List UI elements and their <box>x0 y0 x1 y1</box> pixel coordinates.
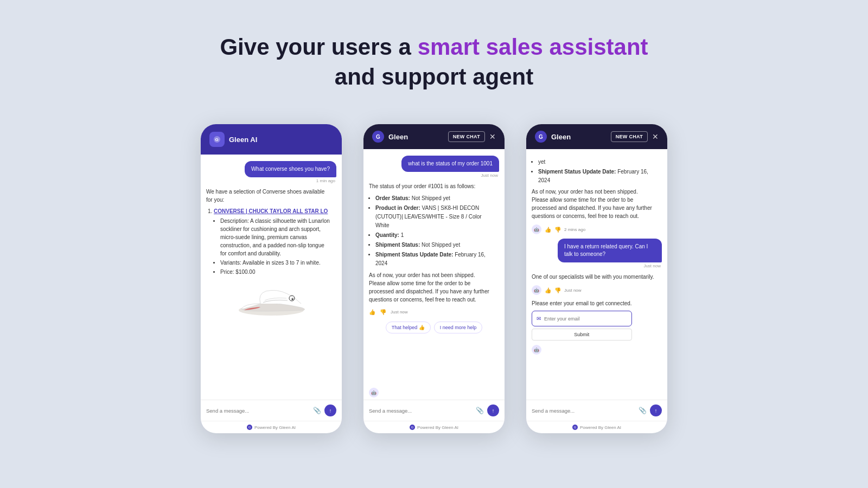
phone1-input-bar: 📎 ↑ <box>201 400 342 421</box>
phone3-logo: G <box>535 131 547 143</box>
phone1-chat-body: What converse shoes you have? 1 min ago … <box>201 155 342 400</box>
phone1-detail-2: Price: $100.00 <box>220 268 330 276</box>
phone1: G Gleen AI What converse shoes you have?… <box>201 124 342 433</box>
phone3-brand: Gleen <box>551 133 571 141</box>
phone3-shipped-msg: As of now, your order has not been shipp… <box>532 188 655 220</box>
phone1-attachment-icon[interactable]: 📎 <box>313 407 321 414</box>
phone1-user-msg-wrapper: What converse shoes you have? 1 min ago <box>206 161 336 183</box>
hero-section: Give your users a smart sales assistant … <box>209 0 659 113</box>
phone2-powered-by: Powered By Gleen AI <box>417 425 458 430</box>
phone1-footer: G Powered By Gleen AI <box>201 421 342 433</box>
svg-text:G: G <box>215 137 219 142</box>
phone3-submit-btn[interactable]: Submit <box>532 329 632 341</box>
phone1-detail-0: Description: A classic silhouette with L… <box>220 217 330 258</box>
phone2-shipment-date: Shipment Status Update Date: February 16… <box>375 251 493 268</box>
phones-container: G Gleen AI What converse shoes you have?… <box>190 113 678 444</box>
phone3-header-actions: NEW CHAT ✕ <box>611 131 659 142</box>
phone3-bot-avatar1: 🤖 <box>532 224 541 234</box>
phone2-send-btn[interactable]: ↑ <box>487 404 499 416</box>
phone2-suggestion2-btn[interactable]: I need more help <box>434 322 483 333</box>
phone3-thumbdown1[interactable]: 👎 <box>554 227 561 233</box>
phone3-footer-logo: G <box>572 425 578 430</box>
phone3-feedback2-row: 🤖 👍 👎 Just now <box>532 285 662 295</box>
phone3-email-input[interactable] <box>544 316 627 322</box>
phone1-send-btn[interactable]: ↑ <box>324 404 336 416</box>
hero-title-part2: and support agent <box>335 64 533 89</box>
phone3-email-prompt: Please enter your email to get connected… <box>532 299 632 307</box>
phone3-partial-bullet1: yet <box>538 158 655 166</box>
phone3-feedback1-row: 🤖 👍 👎 2 mins ago <box>532 224 662 234</box>
phone2-thumbup-icon[interactable]: 👍 <box>369 309 375 315</box>
phone3-attachment-icon[interactable]: 📎 <box>639 407 647 414</box>
hero-title-highlight: smart sales assistant <box>418 34 648 60</box>
phone3-user-msg2: I have a return related query. Can I tal… <box>558 239 662 262</box>
phone2-footer: G Powered By Gleen AI <box>363 421 505 433</box>
phone2-header-left: G Gleen <box>372 131 408 143</box>
phone2-thumbdown-icon[interactable]: 👎 <box>380 309 386 315</box>
phone2-input-bar: 📎 ↑ <box>363 400 505 421</box>
phone2: G Gleen NEW CHAT ✕ what is the status of… <box>363 124 505 433</box>
phone3-powered-by: Powered By Gleen AI <box>580 425 621 430</box>
phone2-suggestion1-btn[interactable]: That helped 👍 <box>386 322 431 333</box>
phone2-attachment-icon[interactable]: 📎 <box>476 407 484 414</box>
phone1-product-link[interactable]: CONVERSE | CHUCK TAYLOR ALL STAR LO <box>214 208 328 214</box>
phone1-brand: Gleen AI <box>229 136 257 144</box>
phone1-detail-1: Variants: Available in sizes 3 to 7 in w… <box>220 259 330 267</box>
phone1-powered-by: Powered By Gleen AI <box>254 425 296 430</box>
phone1-input[interactable] <box>206 408 310 414</box>
phone2-order-product: Product in Order: VANS | SK8-HI DECON (C… <box>375 204 493 230</box>
phone3-bot-avatar2: 🤖 <box>532 285 541 295</box>
phone2-header-actions: NEW CHAT ✕ <box>448 131 496 142</box>
phone1-msg-time: 1 min ago <box>316 178 335 183</box>
phone3-send-btn[interactable]: ↑ <box>650 404 662 416</box>
phone2-input[interactable] <box>369 408 473 414</box>
phone1-shoe-image: ★ <box>233 281 309 319</box>
phone2-order-status: Order Status: Not Shipped yet <box>375 194 493 203</box>
phone3-thumbdown2[interactable]: 👎 <box>554 287 561 293</box>
phone3-input[interactable] <box>532 408 635 414</box>
phone2-brand: Gleen <box>388 133 408 141</box>
phone3-specialist-msg: One of our specialists will be with you … <box>532 273 654 281</box>
phone3-user-msg2-wrapper: I have a return related query. Can I tal… <box>532 239 662 268</box>
phone3-email-icon: ✉ <box>537 314 541 323</box>
phone3-thumbup2[interactable]: 👍 <box>545 287 551 293</box>
phone3-partial-order: yet Shipment Status Update Date: Februar… <box>532 156 655 220</box>
phone2-chat-body: what is the status of my order 1001 Just… <box>363 149 505 386</box>
phone3-close-btn[interactable]: ✕ <box>652 132 659 141</box>
phone3-header: G Gleen NEW CHAT ✕ <box>526 124 667 149</box>
phone3-email-prompt-wrapper: Please enter your email to get connected… <box>532 299 632 341</box>
phone3-thumbup1[interactable]: 👍 <box>545 227 551 233</box>
phone3-new-chat-btn[interactable]: NEW CHAT <box>611 131 648 142</box>
phone2-feedback: 👍 👎 Just now <box>369 309 499 315</box>
phone3-specialist-text: One of our specialists will be with you … <box>532 274 654 280</box>
phone3-input-bar: 📎 ↑ <box>526 400 667 421</box>
phone2-footer-logo: G <box>410 425 415 430</box>
phone3-msg2-time: Just now <box>643 264 661 268</box>
phone2-feedback-time: Just now <box>391 310 408 314</box>
svg-text:★: ★ <box>291 297 294 300</box>
phone1-bot-intro: We have a selection of Converse shoes av… <box>206 189 324 203</box>
phone2-bot-avatar-row: 🤖 <box>363 386 505 400</box>
phone2-shipment-status: Shipment Status: Not Shipped yet <box>375 241 493 249</box>
phone1-footer-logo: G <box>247 425 252 430</box>
phone1-header: G Gleen AI <box>201 124 342 155</box>
phone2-bot-followup: As of now, your order has not been shipp… <box>369 271 493 304</box>
phone2-new-chat-btn[interactable]: NEW CHAT <box>448 131 485 142</box>
phone2-close-btn[interactable]: ✕ <box>489 132 496 141</box>
phone2-bot-avatar: 🤖 <box>369 388 379 397</box>
phone2-msg-time: Just now <box>481 173 498 178</box>
phone3-email-input-container: ✉ <box>532 311 632 326</box>
hero-title: Give your users a smart sales assistant … <box>220 33 648 92</box>
phone3-bot-avatar3: 🤖 <box>532 345 541 355</box>
phone2-user-msg: what is the status of my order 1001 <box>401 156 499 172</box>
phone3-footer: G Powered By Gleen AI <box>526 421 667 433</box>
phone3-chat-body: yet Shipment Status Update Date: Februar… <box>526 149 667 400</box>
phone3: G Gleen NEW CHAT ✕ yet Shipment Status U… <box>526 124 667 433</box>
phone2-header: G Gleen NEW CHAT ✕ <box>363 124 505 149</box>
phone3-feedback-time2: Just now <box>564 288 582 293</box>
phone2-suggestions: That helped 👍 I need more help <box>369 322 499 333</box>
phone1-user-msg: What converse shoes you have? <box>245 161 336 177</box>
phone2-order-qty: Quantity: 1 <box>375 231 493 240</box>
phone2-logo: G <box>372 131 384 143</box>
phone2-user-msg-wrapper: what is the status of my order 1001 Just… <box>369 156 499 178</box>
